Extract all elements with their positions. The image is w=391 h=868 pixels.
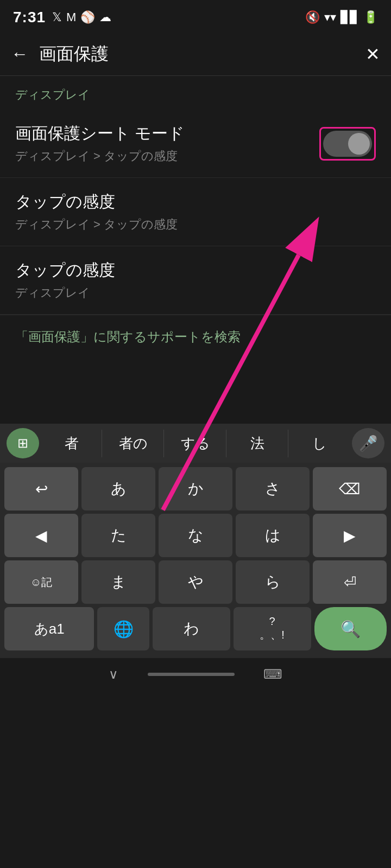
key-undo[interactable]: ↩	[4, 467, 78, 510]
suggestion-suru[interactable]: する	[165, 430, 226, 457]
key-ha[interactable]: は	[236, 514, 310, 557]
screen-protector-toggle[interactable]	[323, 131, 372, 157]
suggestion-ho[interactable]: 法	[228, 430, 288, 457]
nav-home-indicator	[148, 673, 235, 676]
setting-subtitle-1: ディスプレイ > タップの感度	[15, 148, 319, 164]
close-button[interactable]: ✕	[365, 44, 380, 65]
key-punct-button[interactable]: ? 。、!	[234, 607, 311, 650]
setting-item-screen-protector[interactable]: 画面保護シート モード ディスプレイ > タップの感度	[0, 110, 391, 178]
key-ka[interactable]: か	[159, 467, 232, 510]
search-header: ← 画面保護 ✕	[0, 33, 391, 76]
support-link[interactable]: 「画面保護」に関するサポートを検索	[0, 315, 391, 359]
battery-icon: 🔋	[363, 10, 378, 24]
keyboard-row-4: あa1 🌐 わ ? 。、! 🔍	[4, 607, 387, 650]
support-link-text[interactable]: 「画面保護」に関するサポートを検索	[15, 329, 241, 344]
setting-subtitle-3: ディスプレイ	[15, 285, 376, 301]
keyboard-row-3: ☺記 ま や ら ⏎	[4, 560, 387, 604]
status-time: 7:31	[13, 9, 46, 26]
wifi-icon: ▾▾	[324, 10, 336, 24]
keyboard-row-2: ◀ た な は ▶	[4, 514, 387, 557]
key-na[interactable]: な	[159, 514, 232, 557]
suggestion-sha-no[interactable]: 者の	[103, 430, 164, 457]
suggestion-sha[interactable]: 者	[41, 430, 102, 457]
key-enter[interactable]: ⏎	[313, 560, 387, 604]
key-ma[interactable]: ま	[81, 560, 155, 604]
key-search-button[interactable]: 🔍	[314, 607, 387, 650]
key-awa-main: あa1	[34, 620, 65, 639]
setting-title-1: 画面保護シート モード	[15, 123, 319, 145]
key-a[interactable]: あ	[81, 467, 155, 510]
toggle-knob	[348, 133, 370, 155]
search-title: 画面保護	[39, 42, 365, 66]
key-awa-button[interactable]: あa1	[4, 607, 94, 650]
cloud-icon: ☁	[99, 10, 111, 24]
key-delete[interactable]: ⌫	[313, 467, 387, 510]
mail-icon: M	[66, 10, 76, 24]
mic-button[interactable]: 🎤	[352, 428, 384, 458]
status-icons-right: 🔇 ▾▾ ▊▊ 🔋	[305, 10, 378, 24]
setting-text-1: 画面保護シート モード ディスプレイ > タップの感度	[15, 123, 319, 164]
key-wa-button[interactable]: わ	[153, 607, 230, 650]
status-bar: 7:31 𝕏 M ⚾ ☁ 🔇 ▾▾ ▊▊ 🔋	[0, 0, 391, 33]
baseball-icon: ⚾	[80, 10, 95, 24]
key-ya[interactable]: や	[159, 560, 232, 604]
suggestion-grid-button[interactable]: ⊞	[7, 428, 39, 458]
status-left: 7:31 𝕏 M ⚾ ☁	[13, 9, 111, 26]
back-button[interactable]: ←	[11, 44, 28, 64]
toggle-container[interactable]	[319, 127, 376, 161]
x-icon: 𝕏	[52, 10, 62, 24]
setting-text-3: タップの感度 ディスプレイ	[15, 259, 376, 301]
keyboard: ↩ あ か さ ⌫ ◀ た な は ▶ ☺記 ま や ら ⏎ あa1 🌐 わ ?…	[0, 463, 391, 658]
nav-keyboard-icon: ⌨	[263, 667, 282, 682]
key-globe-button[interactable]: 🌐	[97, 607, 149, 650]
setting-item-tap-sensitivity-1[interactable]: タップの感度 ディスプレイ > タップの感度	[0, 178, 391, 246]
nav-chevron-down[interactable]: ∨	[109, 667, 118, 682]
search-icon: 🔍	[340, 620, 361, 639]
setting-item-tap-sensitivity-2[interactable]: タップの感度 ディスプレイ	[0, 246, 391, 315]
signal-icon: ▊▊	[340, 10, 359, 24]
nav-bar: ∨ ⌨	[0, 658, 391, 691]
mic-icon: 🎤	[359, 435, 378, 452]
mute-icon: 🔇	[305, 10, 320, 24]
setting-subtitle-2: ディスプレイ > タップの感度	[15, 216, 376, 233]
punct-top: ?	[269, 615, 275, 628]
key-right[interactable]: ▶	[313, 514, 387, 557]
suggestion-shi[interactable]: し	[289, 430, 350, 457]
section-label: ディスプレイ	[0, 76, 391, 110]
main-content: ディスプレイ 画面保護シート モード ディスプレイ > タップの感度 タップの感…	[0, 76, 391, 359]
punct-bottom: 。、!	[260, 628, 285, 642]
setting-text-2: タップの感度 ディスプレイ > タップの感度	[15, 191, 376, 233]
key-emoji[interactable]: ☺記	[4, 560, 78, 604]
globe-icon: 🌐	[113, 620, 134, 639]
key-ra[interactable]: ら	[236, 560, 310, 604]
setting-title-2: タップの感度	[15, 191, 376, 213]
setting-title-3: タップの感度	[15, 259, 376, 282]
key-sa[interactable]: さ	[236, 467, 310, 510]
empty-space	[0, 359, 391, 424]
keyboard-row-1: ↩ あ か さ ⌫	[4, 467, 387, 510]
key-left[interactable]: ◀	[4, 514, 78, 557]
suggestions-list: 者 者の する 法 し	[41, 430, 350, 457]
grid-icon: ⊞	[17, 436, 28, 451]
keyboard-suggestions: ⊞ 者 者の する 法 し 🎤	[0, 424, 391, 463]
key-ta[interactable]: た	[81, 514, 155, 557]
status-icons-left: 𝕏 M ⚾ ☁	[52, 10, 111, 24]
